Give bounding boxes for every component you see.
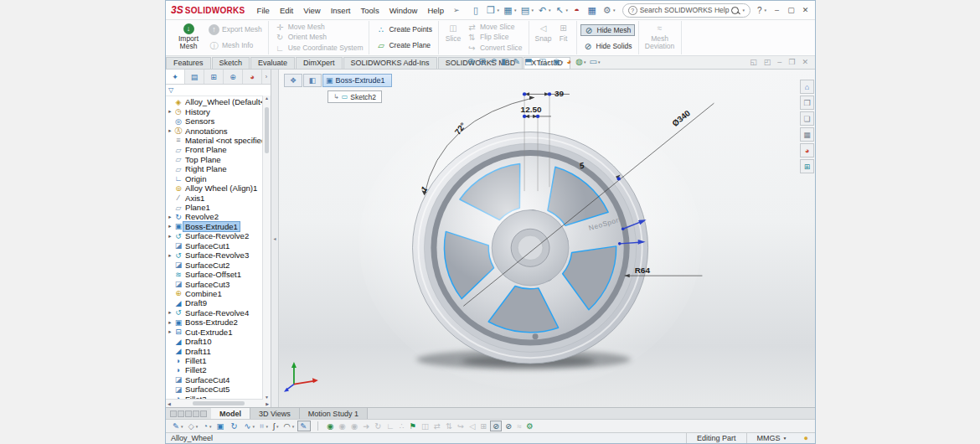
mesh-deviation-button-small[interactable]: ≈ — [515, 421, 523, 431]
mesh-info-button[interactable]: ⓘ Mesh Info — [206, 41, 265, 51]
tab-scroll-icon[interactable] — [170, 410, 177, 417]
move-mesh-button-small[interactable]: ➜ — [361, 421, 371, 431]
expand-caret-icon[interactable]: ▸ — [167, 223, 173, 230]
expand-caret-icon[interactable]: ▸ — [167, 108, 173, 115]
flip-slice-button-small[interactable]: ⇅ — [444, 421, 454, 431]
edit-appearance-button[interactable]: ◕ — [566, 57, 572, 66]
dropdown-caret-icon[interactable]: ▾ — [598, 59, 601, 65]
tree-item-boss-extrude1[interactable]: ▸ ▣ Boss-Extrude1 — [167, 222, 262, 231]
tree-item-alloy-wheel-align[interactable]: ⊚ Alloy Wheel (Align)1 — [167, 183, 262, 193]
mesh-deviation-button[interactable]: ≈ Mesh Deviation — [642, 22, 678, 54]
dropdown-caret-icon[interactable]: ▾ — [253, 424, 255, 429]
slice-button[interactable]: ◫ Slice — [442, 22, 464, 54]
sweep-tool-button[interactable]: ∿ ▾ — [243, 421, 256, 431]
dimension-340[interactable]: Ø340 — [670, 108, 692, 128]
3d-drawing-view-button[interactable]: ✎ — [513, 57, 521, 66]
snap-button[interactable]: ◁ Snap — [533, 22, 554, 54]
tree-item-revolve2[interactable]: ▸ ↻ Revolve2 — [167, 212, 262, 221]
tree-item-fillet1[interactable]: ◗ Fillet1 — [167, 356, 262, 365]
save-button[interactable]: ▦ ▾ — [501, 4, 518, 17]
extrude-tool-button[interactable]: ▣ — [215, 421, 228, 431]
use-coordinate-system-button-small[interactable]: ∟ — [384, 421, 395, 431]
tree-item-draft11[interactable]: ◢ Draft11 — [167, 346, 262, 355]
export-mesh-button[interactable]: ↑ Export Mesh — [206, 25, 265, 35]
display-style-button[interactable]: ◫ ▾ — [539, 57, 549, 66]
hide-mesh-button-small[interactable]: ⊘ — [490, 421, 502, 431]
menu-edit[interactable]: Edit — [275, 4, 298, 17]
breadcrumb-body-chip[interactable]: ◧ — [303, 74, 322, 87]
tree-horizontal-scrollbar[interactable]: ◀ ▶ — [166, 399, 271, 407]
close-icon[interactable]: ✕ — [798, 6, 812, 14]
dimxpertmanager-tab[interactable]: ⊕ — [224, 70, 243, 84]
dropdown-caret-icon[interactable]: ▾ — [292, 424, 295, 429]
tree-item-plane1[interactable]: ▱ Plane1 — [167, 203, 262, 212]
tab-features[interactable]: Features — [166, 57, 211, 69]
undo-button[interactable]: ↶ ▾ — [535, 4, 553, 17]
expand-caret-icon[interactable]: ▸ — [167, 328, 173, 335]
tree-item-surfacecut5[interactable]: ◪ SurfaceCut5 — [167, 385, 262, 394]
tree-item-right-plane[interactable]: ▱ Right Plane — [167, 164, 262, 173]
tree-item-origin[interactable]: ∟ Origin — [167, 174, 262, 183]
import-mesh-button[interactable]: ↓ Import Mesh — [171, 22, 206, 54]
tab-motion-study-1[interactable]: Motion Study 1 — [300, 408, 368, 419]
tab-sketch[interactable]: Sketch — [212, 57, 250, 69]
dropdown-caret-icon[interactable]: ▾ — [514, 8, 517, 13]
mesh-info-button-small[interactable]: ◉ — [349, 421, 359, 431]
dropdown-caret-icon[interactable]: ▾ — [547, 59, 549, 65]
create-points-button-small[interactable]: ∴ — [397, 421, 405, 431]
slice-button-small[interactable]: ◫ — [420, 421, 431, 431]
design-library-tab[interactable]: ❒ — [800, 96, 814, 110]
expand-caret-icon[interactable]: ▸ — [167, 319, 173, 326]
create-plane-button-small[interactable]: ⚑ — [408, 421, 419, 431]
tab-scroll-icon[interactable] — [193, 410, 199, 417]
breadcrumb-feature-chip[interactable]: ▣ Boss-Extrude1 — [322, 74, 392, 87]
hide-show-items-button[interactable]: ◉ ▾ — [553, 57, 563, 66]
zoom-to-fit-button[interactable]: ⊕ — [467, 57, 475, 66]
print-button[interactable]: ▤ ▾ — [518, 4, 536, 17]
scroll-right-icon[interactable]: ▶ — [266, 401, 269, 406]
previous-view-button[interactable]: ↶ — [490, 57, 498, 66]
dropdown-caret-icon[interactable]: ▾ — [532, 8, 534, 13]
tab-scroll-icon[interactable] — [185, 410, 192, 417]
expand-caret-icon[interactable]: ▸ — [167, 214, 173, 220]
snap-button-small[interactable]: ◁ — [467, 421, 477, 431]
featuremanager-tab[interactable]: ✦ — [166, 70, 185, 84]
expand-caret-icon[interactable]: ▸ — [167, 127, 173, 134]
tree-item-material[interactable]: ≡ Material <not specified> — [167, 136, 262, 145]
tab-solidworks-add-ins[interactable]: SOLIDWORKS Add-Ins — [343, 57, 437, 69]
tree-item-annotations[interactable]: ▸ Ⓐ Annotations — [167, 126, 262, 135]
tab-evaluate[interactable]: Evaluate — [250, 57, 295, 69]
tree-item-combine1[interactable]: ⊕ Combine1 — [167, 289, 262, 298]
dropdown-caret-icon[interactable]: ▾ — [561, 59, 564, 65]
status-units[interactable]: MMGS ▼ — [746, 433, 797, 443]
fit-button[interactable]: ⊞ Fit — [554, 22, 573, 54]
scroll-left-icon[interactable]: ◀ — [168, 401, 171, 406]
wheel-model[interactable]: NeoSport — [413, 132, 648, 364]
tree-item-front-plane[interactable]: ▱ Front Plane — [167, 145, 262, 154]
export-mesh-button-small[interactable]: ◉ — [338, 421, 348, 431]
dropdown-caret-icon[interactable]: ▾ — [613, 8, 616, 13]
dimension-r64[interactable]: R64 — [635, 266, 651, 275]
view-orientation-button[interactable]: ⬒ ▾ — [524, 57, 535, 66]
new-document-button[interactable]: ▯ — [469, 4, 484, 17]
scroll-up-icon[interactable]: ▲ — [265, 96, 269, 101]
hide-solids-button-small[interactable]: ⊘ — [503, 421, 513, 431]
performance-icon[interactable]: ● — [797, 434, 815, 442]
create-points-button[interactable]: ∴ Create Points — [373, 25, 435, 35]
selection-filter-button[interactable]: ◓ — [570, 4, 585, 16]
tab-model[interactable]: Model — [211, 408, 250, 419]
open-button[interactable]: ❒ ▾ — [484, 4, 502, 17]
tree-item-surfacecut1[interactable]: ◪ SurfaceCut1 — [167, 241, 262, 250]
home-tab[interactable]: ⌂ — [800, 80, 814, 94]
appearances-tab[interactable]: ◕ — [800, 143, 814, 157]
mate-tool-button[interactable]: ⌗ ▾ — [258, 421, 270, 431]
dropdown-caret-icon[interactable]: ▾ — [266, 424, 268, 429]
tab-scroll-buttons[interactable] — [166, 408, 211, 419]
dropdown-caret-icon[interactable]: ▾ — [196, 424, 199, 429]
tree-item-part-root[interactable]: ◈ Alloy_Wheel (Default<<Default>_Displ — [167, 97, 262, 106]
hide-mesh-button[interactable]: ⊘ Hide Mesh — [580, 24, 635, 36]
panel-splitter[interactable]: ◂ — [271, 70, 279, 407]
tab-3d-views[interactable]: 3D Views — [250, 408, 300, 419]
dropdown-caret-icon[interactable]: ▾ — [549, 8, 551, 13]
dropdown-caret-icon[interactable]: ▾ — [566, 8, 569, 13]
